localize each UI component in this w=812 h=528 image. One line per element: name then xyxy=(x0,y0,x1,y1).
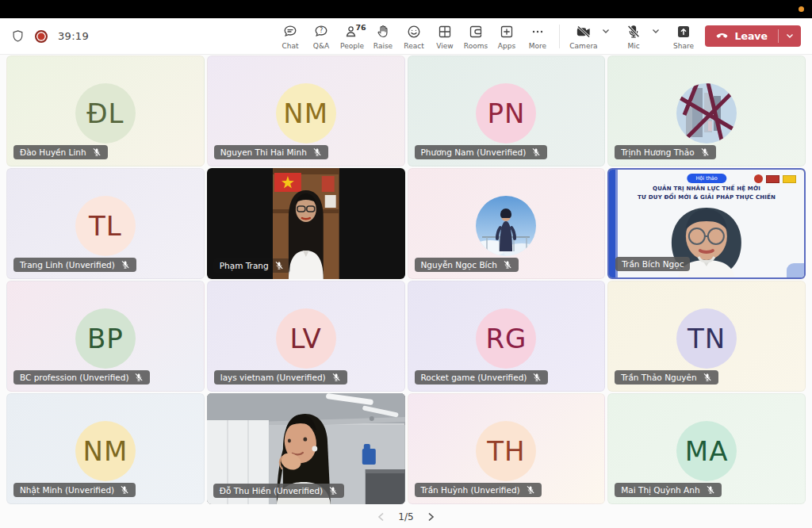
participant-name: Phạm Trang xyxy=(220,261,269,270)
view-label: View xyxy=(436,42,453,50)
view-button[interactable]: View xyxy=(429,21,460,52)
participant-tile[interactable]: NM Nguyen Thi Hai Minh xyxy=(207,55,405,166)
avatar: NM xyxy=(75,421,136,481)
participant-name-pill: Nguyen Thi Hai Minh xyxy=(214,145,328,159)
participant-tile[interactable]: LV lays vietnam (Unverified) xyxy=(207,281,405,392)
participant-name: Trịnh Hương Thảo xyxy=(621,147,694,157)
participant-name-pill: Phương Nam (Unverified) xyxy=(415,145,548,159)
recording-indicator-dot xyxy=(799,6,804,12)
leave-chevron-down-icon[interactable] xyxy=(779,25,801,47)
people-label: People xyxy=(340,42,364,50)
participant-tile[interactable]: MA Mai Thị Quỳnh Anh xyxy=(607,393,806,504)
people-button[interactable]: 76 People xyxy=(336,21,367,52)
leave-split-button: Leave xyxy=(705,25,801,47)
avatar: LV xyxy=(276,308,336,369)
avatar: MA xyxy=(676,421,737,481)
mic-button[interactable]: Mic xyxy=(618,21,649,52)
slide-logos xyxy=(754,174,796,183)
rooms-button[interactable]: Rooms xyxy=(460,21,491,52)
participant-name: Trang Linh (Unverified) xyxy=(20,260,115,270)
apps-button[interactable]: Apps xyxy=(491,21,522,52)
mic-chevron-down-icon[interactable] xyxy=(649,29,663,34)
avatar: ĐL xyxy=(75,83,136,143)
svg-text:?: ? xyxy=(320,27,323,34)
participant-tile[interactable]: TL Trang Linh (Unverified) xyxy=(6,168,205,279)
avatar: BP xyxy=(75,308,136,369)
participant-name: Nguyễn Ngọc Bích xyxy=(421,260,497,270)
participant-tile[interactable]: Phạm Trang xyxy=(207,168,405,279)
participant-name: Đào Huyền Linh xyxy=(20,147,86,157)
mic-off-icon xyxy=(526,485,535,495)
avatar: RG xyxy=(476,308,536,369)
avatar: TL xyxy=(75,196,136,256)
more-button[interactable]: More xyxy=(522,21,553,52)
participant-name: Nhật Minh (Unverified) xyxy=(20,485,114,495)
mic-label: Mic xyxy=(627,42,639,50)
logo-red-rect xyxy=(766,175,779,183)
chat-icon xyxy=(282,24,298,40)
participant-name-pill: Đào Huyền Linh xyxy=(13,145,108,159)
avatar: NM xyxy=(276,83,336,143)
raise-hand-button[interactable]: Raise xyxy=(367,21,398,52)
participant-tile[interactable]: ĐL Đào Huyền Linh xyxy=(6,55,205,166)
participant-tile[interactable]: NM Nhật Minh (Unverified) xyxy=(6,393,205,504)
meeting-timer: 39:19 xyxy=(58,30,89,42)
participant-tile[interactable]: BP BC profession (Unverified) xyxy=(6,281,205,392)
participant-tile[interactable]: Trịnh Hương Thảo xyxy=(607,55,806,166)
hang-up-phone-icon xyxy=(715,28,729,44)
participant-grid: ĐL Đào Huyền Linh NM Nguyen Thi Hai Minh… xyxy=(6,55,806,504)
toolbar-actions: Chat ? Q&A 76 People xyxy=(274,21,801,52)
participant-name: Trần Bích Ngọc xyxy=(622,259,684,269)
mic-off-icon xyxy=(121,260,130,270)
participant-tile-active-speaker[interactable]: Hội thảo QUẢN TRỊ NHÂN LỰC THẾ HỆ MỚI TƯ… xyxy=(607,168,806,279)
mic-off-icon xyxy=(120,485,129,495)
mic-off-icon xyxy=(706,485,715,495)
mic-group: Mic xyxy=(618,21,668,52)
leave-button[interactable]: Leave xyxy=(705,25,778,47)
participant-name: Trần Huỳnh (Unverified) xyxy=(421,485,520,495)
previous-page-button[interactable] xyxy=(375,510,387,524)
mic-off-icon xyxy=(274,261,284,270)
rooms-icon xyxy=(468,24,484,40)
avatar: TN xyxy=(676,308,737,369)
toolbar-divider xyxy=(559,25,560,48)
participant-name: Đỗ Thu Hiền (Unverified) xyxy=(220,486,323,495)
mic-off-icon xyxy=(531,147,541,157)
chat-button[interactable]: Chat xyxy=(274,21,305,52)
meeting-status: 39:19 xyxy=(11,29,89,43)
camera-button[interactable]: Camera xyxy=(568,21,599,52)
participant-tile[interactable]: RG Rocket game (Unverified) xyxy=(408,281,606,392)
avatar-photo xyxy=(476,196,536,256)
mic-off-icon xyxy=(331,373,341,382)
mic-off-icon xyxy=(328,486,338,495)
meeting-toolbar: 39:19 Chat ? Q&A xyxy=(0,18,812,55)
camera-chevron-down-icon[interactable] xyxy=(599,29,613,34)
participant-name-pill: lays vietnam (Unverified) xyxy=(214,370,347,385)
qna-button[interactable]: ? Q&A xyxy=(305,21,336,52)
participant-tile[interactable]: PN Phương Nam (Unverified) xyxy=(408,55,606,166)
participant-name: BC profession (Unverified) xyxy=(20,373,128,382)
logo-red-circle xyxy=(754,174,763,183)
slide-title-line2: TƯ DUY ĐỔI MỚI & GIẢI PHÁP THỰC CHIẾN xyxy=(609,194,804,201)
slide-title-line1: QUẢN TRỊ NHÂN LỰC THẾ HỆ MỚI xyxy=(609,186,804,192)
qna-label: Q&A xyxy=(313,42,329,50)
participant-tile[interactable]: Nguyễn Ngọc Bích xyxy=(408,168,606,279)
react-button[interactable]: React xyxy=(398,21,429,52)
participant-tile[interactable]: Đỗ Thu Hiền (Unverified) xyxy=(207,393,405,504)
mic-off-icon xyxy=(532,373,542,382)
share-button[interactable]: Share xyxy=(668,21,699,52)
next-page-button[interactable] xyxy=(425,510,437,524)
react-icon xyxy=(406,24,422,40)
participant-name: lays vietnam (Unverified) xyxy=(220,373,326,382)
participant-name-pill: Trịnh Hương Thảo xyxy=(615,145,715,159)
react-label: React xyxy=(404,42,423,50)
share-label: Share xyxy=(673,42,694,50)
participant-tile[interactable]: TH Trần Huỳnh (Unverified) xyxy=(408,393,606,504)
participant-name-pill: Mai Thị Quỳnh Anh xyxy=(615,483,721,497)
participant-name-pill: Trần Thảo Nguyên xyxy=(615,370,718,385)
share-screen-icon xyxy=(676,24,691,40)
view-icon xyxy=(437,24,453,40)
avatar: PN xyxy=(476,83,536,143)
participant-tile[interactable]: TN Trần Thảo Nguyên xyxy=(607,281,806,392)
mic-off-icon xyxy=(503,260,512,270)
